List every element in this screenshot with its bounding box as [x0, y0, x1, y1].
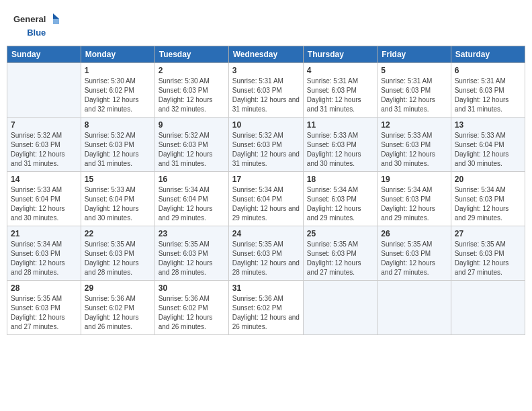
calendar-cell: 10Sunrise: 5:32 AMSunset: 6:03 PMDayligh…	[228, 117, 303, 171]
day-info: Sunrise: 5:35 AMSunset: 6:03 PMDaylight:…	[455, 240, 521, 277]
header-day-wednesday: Wednesday	[228, 46, 303, 62]
calendar-cell: 28Sunrise: 5:35 AMSunset: 6:03 PMDayligh…	[7, 280, 81, 334]
day-number: 15	[85, 175, 151, 184]
calendar-cell: 16Sunrise: 5:34 AMSunset: 6:04 PMDayligh…	[154, 171, 228, 226]
day-info: Sunrise: 5:35 AMSunset: 6:03 PMDaylight:…	[307, 240, 373, 277]
calendar-cell	[7, 62, 81, 117]
day-number: 29	[85, 283, 151, 293]
page-header: General Blue	[7, 7, 525, 42]
day-number: 18	[307, 175, 373, 184]
calendar-cell: 15Sunrise: 5:33 AMSunset: 6:04 PMDayligh…	[81, 171, 154, 226]
day-number: 5	[381, 66, 447, 75]
day-info: Sunrise: 5:34 AMSunset: 6:04 PMDaylight:…	[232, 185, 300, 223]
calendar-cell	[303, 280, 377, 334]
day-number: 24	[232, 229, 300, 238]
day-info: Sunrise: 5:32 AMSunset: 6:03 PMDaylight:…	[85, 131, 151, 169]
week-row-3: 14Sunrise: 5:33 AMSunset: 6:04 PMDayligh…	[7, 171, 525, 226]
day-info: Sunrise: 5:32 AMSunset: 6:03 PMDaylight:…	[159, 131, 225, 169]
day-number: 14	[11, 175, 77, 184]
day-number: 31	[232, 283, 300, 293]
calendar-cell	[378, 280, 451, 334]
header-day-sunday: Sunday	[7, 46, 81, 62]
day-info: Sunrise: 5:33 AMSunset: 6:03 PMDaylight:…	[381, 131, 447, 169]
svg-marker-1	[53, 19, 59, 24]
calendar-cell: 18Sunrise: 5:34 AMSunset: 6:03 PMDayligh…	[303, 171, 377, 226]
day-info: Sunrise: 5:34 AMSunset: 6:03 PMDaylight:…	[455, 185, 521, 223]
day-info: Sunrise: 5:33 AMSunset: 6:04 PMDaylight:…	[455, 131, 521, 169]
day-number: 8	[85, 120, 151, 130]
calendar-cell: 21Sunrise: 5:34 AMSunset: 6:03 PMDayligh…	[7, 226, 81, 280]
week-row-4: 21Sunrise: 5:34 AMSunset: 6:03 PMDayligh…	[7, 226, 525, 280]
day-number: 30	[159, 283, 225, 293]
day-number: 10	[232, 120, 300, 130]
header-day-monday: Monday	[81, 46, 154, 62]
day-info: Sunrise: 5:31 AMSunset: 6:03 PMDaylight:…	[307, 77, 373, 114]
day-info: Sunrise: 5:35 AMSunset: 6:03 PMDaylight:…	[381, 240, 447, 277]
day-number: 21	[11, 229, 77, 238]
week-row-1: 1Sunrise: 5:30 AMSunset: 6:02 PMDaylight…	[7, 62, 525, 117]
calendar-cell: 17Sunrise: 5:34 AMSunset: 6:04 PMDayligh…	[228, 171, 303, 226]
day-info: Sunrise: 5:33 AMSunset: 6:04 PMDaylight:…	[85, 185, 151, 223]
calendar-cell: 31Sunrise: 5:36 AMSunset: 6:02 PMDayligh…	[228, 280, 303, 334]
day-number: 26	[381, 229, 447, 238]
header-day-friday: Friday	[378, 46, 451, 62]
day-info: Sunrise: 5:31 AMSunset: 6:03 PMDaylight:…	[455, 77, 521, 114]
day-number: 27	[455, 229, 521, 238]
week-row-2: 7Sunrise: 5:32 AMSunset: 6:03 PMDaylight…	[7, 117, 525, 171]
day-info: Sunrise: 5:30 AMSunset: 6:02 PMDaylight:…	[85, 77, 151, 114]
day-info: Sunrise: 5:35 AMSunset: 6:03 PMDaylight:…	[232, 240, 300, 277]
calendar-cell: 11Sunrise: 5:33 AMSunset: 6:03 PMDayligh…	[303, 117, 377, 171]
calendar-cell: 12Sunrise: 5:33 AMSunset: 6:03 PMDayligh…	[378, 117, 451, 171]
day-info: Sunrise: 5:32 AMSunset: 6:03 PMDaylight:…	[232, 131, 300, 169]
day-number: 16	[159, 175, 225, 184]
day-info: Sunrise: 5:32 AMSunset: 6:03 PMDaylight:…	[11, 131, 77, 169]
day-number: 1	[85, 66, 151, 75]
calendar-cell: 19Sunrise: 5:34 AMSunset: 6:03 PMDayligh…	[378, 171, 451, 226]
day-info: Sunrise: 5:35 AMSunset: 6:03 PMDaylight:…	[85, 240, 151, 277]
calendar-cell: 24Sunrise: 5:35 AMSunset: 6:03 PMDayligh…	[228, 226, 303, 280]
svg-marker-0	[53, 13, 59, 19]
day-number: 23	[159, 229, 225, 238]
day-number: 22	[85, 229, 151, 238]
header-day-thursday: Thursday	[303, 46, 377, 62]
calendar-cell: 30Sunrise: 5:36 AMSunset: 6:02 PMDayligh…	[154, 280, 228, 334]
day-info: Sunrise: 5:34 AMSunset: 6:03 PMDaylight:…	[307, 185, 373, 223]
day-info: Sunrise: 5:31 AMSunset: 6:03 PMDaylight:…	[381, 77, 447, 114]
calendar-cell: 4Sunrise: 5:31 AMSunset: 6:03 PMDaylight…	[303, 62, 377, 117]
logo-blue: Blue	[27, 28, 46, 38]
day-number: 17	[232, 175, 300, 184]
calendar-cell: 6Sunrise: 5:31 AMSunset: 6:03 PMDaylight…	[451, 62, 525, 117]
calendar-cell: 22Sunrise: 5:35 AMSunset: 6:03 PMDayligh…	[81, 226, 154, 280]
calendar-cell: 7Sunrise: 5:32 AMSunset: 6:03 PMDaylight…	[7, 117, 81, 171]
calendar-header: SundayMondayTuesdayWednesdayThursdayFrid…	[7, 46, 525, 62]
calendar-cell: 3Sunrise: 5:31 AMSunset: 6:03 PMDaylight…	[228, 62, 303, 117]
day-info: Sunrise: 5:36 AMSunset: 6:02 PMDaylight:…	[232, 294, 300, 332]
calendar-cell: 14Sunrise: 5:33 AMSunset: 6:04 PMDayligh…	[7, 171, 81, 226]
day-number: 19	[381, 175, 447, 184]
day-number: 13	[455, 120, 521, 130]
calendar-cell: 29Sunrise: 5:36 AMSunset: 6:02 PMDayligh…	[81, 280, 154, 334]
day-number: 7	[11, 120, 77, 130]
day-info: Sunrise: 5:30 AMSunset: 6:03 PMDaylight:…	[159, 77, 225, 114]
calendar-cell: 26Sunrise: 5:35 AMSunset: 6:03 PMDayligh…	[378, 226, 451, 280]
logo-general: General	[13, 14, 46, 24]
day-number: 4	[307, 66, 373, 75]
day-number: 25	[307, 229, 373, 238]
calendar-cell: 2Sunrise: 5:30 AMSunset: 6:03 PMDaylight…	[154, 62, 228, 117]
calendar-cell: 20Sunrise: 5:34 AMSunset: 6:03 PMDayligh…	[451, 171, 525, 226]
day-number: 12	[381, 120, 447, 130]
day-info: Sunrise: 5:36 AMSunset: 6:02 PMDaylight:…	[85, 294, 151, 332]
day-info: Sunrise: 5:31 AMSunset: 6:03 PMDaylight:…	[232, 77, 300, 114]
day-info: Sunrise: 5:33 AMSunset: 6:03 PMDaylight:…	[307, 131, 373, 169]
day-info: Sunrise: 5:34 AMSunset: 6:03 PMDaylight:…	[11, 240, 77, 277]
logo: General Blue	[13, 12, 59, 39]
day-info: Sunrise: 5:35 AMSunset: 6:03 PMDaylight:…	[159, 240, 225, 277]
calendar-cell	[451, 280, 525, 334]
calendar-cell: 13Sunrise: 5:33 AMSunset: 6:04 PMDayligh…	[451, 117, 525, 171]
calendar-cell: 1Sunrise: 5:30 AMSunset: 6:02 PMDaylight…	[81, 62, 154, 117]
day-number: 28	[11, 283, 77, 293]
day-number: 20	[455, 175, 521, 184]
calendar-cell: 23Sunrise: 5:35 AMSunset: 6:03 PMDayligh…	[154, 226, 228, 280]
day-number: 6	[455, 66, 521, 75]
day-number: 3	[232, 66, 300, 75]
